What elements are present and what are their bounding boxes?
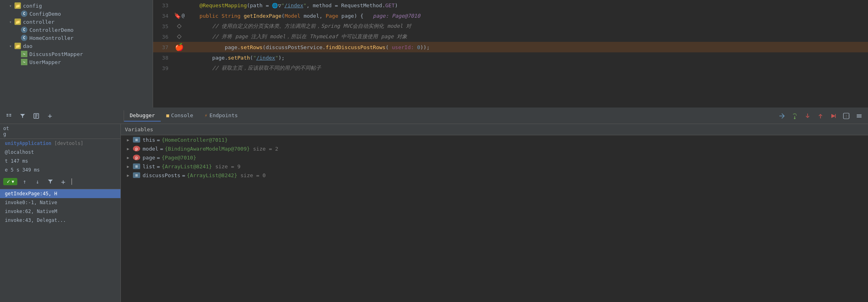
- tab-endpoints[interactable]: ⚡ Endpoints: [199, 110, 244, 122]
- folder-icon-controller: 📁: [15, 19, 21, 25]
- code-lines: 33 @RequestMapping(path = 🌐▽"/index", me…: [153, 0, 868, 108]
- var-row-this[interactable]: ▶ ≡ this = {HomeController@7011}: [121, 135, 868, 144]
- tree-item-homecontroller[interactable]: ▸ C HomeController: [0, 34, 153, 42]
- step-over-button[interactable]: [789, 110, 800, 122]
- line-content-39: // 获取主页，应该获取不同的用户的不同帖子: [185, 64, 868, 72]
- toolbar-left: +: [3, 110, 124, 122]
- var-chevron-discussposts[interactable]: ▶: [125, 172, 131, 178]
- diamond-icon-35: [177, 24, 181, 28]
- tab-endpoints-label: Endpoints: [209, 112, 238, 118]
- frame-item-t1[interactable]: t 147 ms: [0, 157, 120, 165]
- frame-filter-button[interactable]: [45, 176, 56, 187]
- line-content-33: @RequestMapping(path = 🌐▽"/index", metho…: [185, 2, 868, 8]
- line-content-38: page.setPath("/index");: [185, 55, 868, 61]
- code-line-37: 37 🍎 page.setRows(discussPostService.fin…: [153, 42, 868, 52]
- class-icon-controllerdemo: C: [21, 27, 27, 33]
- var-row-page[interactable]: ▶ p page = {Page@7010}: [121, 153, 868, 162]
- debug-arrow-icon: 🍎: [175, 43, 184, 51]
- var-chevron-this[interactable]: ▶: [125, 137, 131, 143]
- frame-up-button[interactable]: ↑: [19, 176, 30, 187]
- var-val-model: {BindingAwareModelMap@7009}: [165, 146, 250, 152]
- var-meta-list: size = 9: [215, 163, 240, 170]
- line-num-35: 35: [153, 23, 173, 29]
- var-chevron-page[interactable]: ▶: [125, 154, 131, 161]
- var-eq-this: =: [157, 137, 160, 143]
- frame-add-button[interactable]: +: [58, 176, 69, 187]
- tree-item-config[interactable]: ▾ 📁 config: [0, 2, 153, 10]
- code-line-35: 35 // 使用自定义的分页实体类。方法调用之前，Spring MVC会自动实例…: [153, 21, 868, 31]
- gutter-34[interactable]: 🔖 @: [173, 12, 185, 19]
- frame-item-localhost[interactable]: @localhost: [0, 148, 120, 157]
- var-name-this: this: [143, 137, 155, 143]
- check-icon: ✓: [6, 179, 10, 184]
- mapper-icon-discuss: ↪: [21, 51, 27, 57]
- tree-item-dao[interactable]: ▾ 📁 dao: [0, 42, 153, 50]
- show-execution-point-button[interactable]: [776, 110, 787, 122]
- svg-text:⋮⋮: ⋮⋮: [845, 114, 849, 118]
- svg-rect-2: [9, 114, 11, 115]
- threads-button[interactable]: [3, 110, 15, 122]
- add-button[interactable]: +: [44, 110, 56, 122]
- tab-console-label: Console: [171, 112, 193, 118]
- mapper-icon-user: ↪: [21, 59, 27, 65]
- tree-item-controller[interactable]: ▾ 📁 controller: [0, 18, 153, 26]
- at-icon: @: [182, 13, 184, 19]
- tree-label-controller: controller: [23, 19, 54, 25]
- class-icon-configdemo: C: [21, 10, 27, 17]
- tab-console[interactable]: ■ Console: [161, 110, 199, 122]
- tab-debugger-label: Debugger: [130, 112, 155, 118]
- var-icon-list: ≡: [133, 163, 140, 169]
- filter-button[interactable]: [17, 110, 28, 122]
- restore-button[interactable]: [31, 110, 42, 122]
- svg-rect-0: [6, 114, 8, 115]
- app-label: unityApplication: [5, 141, 52, 146]
- step-out-button[interactable]: [815, 110, 826, 122]
- var-chevron-model[interactable]: ▶: [125, 145, 131, 152]
- tree-label-discusspostmapper: DiscussPostMapper: [29, 51, 83, 57]
- var-chevron-list[interactable]: ▶: [125, 163, 131, 170]
- step-into-button[interactable]: [802, 110, 813, 122]
- var-row-model[interactable]: ▶ p model = {BindingAwareModelMap@7009} …: [121, 144, 868, 153]
- gutter-35: [173, 25, 185, 28]
- tree-item-controllerdemo[interactable]: ▸ C ControllerDemo: [0, 26, 153, 34]
- line-num-38: 38: [153, 55, 173, 61]
- tree-item-usermapper[interactable]: ▸ ↪ UserMapper: [0, 58, 153, 66]
- endpoints-icon: ⚡: [205, 113, 207, 118]
- run-to-cursor-button[interactable]: [828, 110, 839, 122]
- settings-button[interactable]: [853, 110, 865, 122]
- frame-item-invoke43[interactable]: invoke:43, Delegat...: [0, 216, 120, 225]
- tree-arrow-config: ▾: [8, 3, 13, 8]
- top-section: ▾ 📁 config ▸ C ConfigDemo ▾ 📁 controller…: [0, 0, 868, 108]
- folder-icon-config: 📁: [15, 2, 21, 9]
- col-divider: [71, 178, 72, 185]
- tree-label-controllerdemo: ControllerDemo: [29, 27, 74, 33]
- frame-down-button[interactable]: ↓: [32, 176, 43, 187]
- line-content-36: // 并将 page 注入到 model，所以在 ThymeLeaf 中可以直接…: [185, 33, 868, 40]
- line-content-34: public String getIndexPage(Model model, …: [185, 13, 868, 19]
- evaluate-button[interactable]: ⋮⋮: [841, 110, 852, 122]
- var-row-list[interactable]: ▶ ≡ list = {ArrayList@8241} size = 9: [121, 162, 868, 171]
- frame-item-invoke62[interactable]: invoke:62, NativeM: [0, 207, 120, 216]
- frame-item-invoke0[interactable]: invoke0:-1, Native: [0, 198, 120, 207]
- resume-check-button[interactable]: ✓ ▾: [3, 178, 17, 185]
- frame-item-app[interactable]: unityApplication [devtools]: [0, 139, 120, 148]
- left-panel: ot g unityApplication [devtools] @localh…: [0, 124, 121, 302]
- code-line-39: 39 // 获取主页，应该获取不同的用户的不同帖子: [153, 63, 868, 73]
- left-panel-stats: ot g: [0, 124, 120, 139]
- t1-label: t 147 ms: [5, 158, 28, 164]
- var-val-this: {HomeController@7011}: [162, 137, 228, 143]
- debugger-tabs: Debugger ■ Console ⚡ Endpoints: [124, 110, 776, 122]
- var-row-discussposts[interactable]: ▶ ≡ discussPosts = {ArrayList@8242} size…: [121, 171, 868, 180]
- var-name-discussposts: discussPosts: [143, 172, 180, 178]
- svg-rect-3: [9, 116, 11, 116]
- tree-item-configdemo[interactable]: ▸ C ConfigDemo: [0, 10, 153, 18]
- frame-item-t2[interactable]: e 5 s 349 ms: [0, 165, 120, 174]
- tree-label-configdemo: ConfigDemo: [29, 11, 61, 17]
- tree-arrow-dao: ▾: [8, 43, 13, 48]
- code-line-34: 34 🔖 @ public String getIndexPage(Model …: [153, 10, 868, 21]
- tab-debugger[interactable]: Debugger: [124, 110, 161, 122]
- var-eq-discussposts: =: [182, 172, 185, 178]
- tree-item-discusspostmapper[interactable]: ▸ ↪ DiscussPostMapper: [0, 50, 153, 58]
- invoke62-label: invoke:62, NativeM: [5, 209, 57, 214]
- frame-item-getindex[interactable]: getIndexPage:45, H: [0, 189, 120, 198]
